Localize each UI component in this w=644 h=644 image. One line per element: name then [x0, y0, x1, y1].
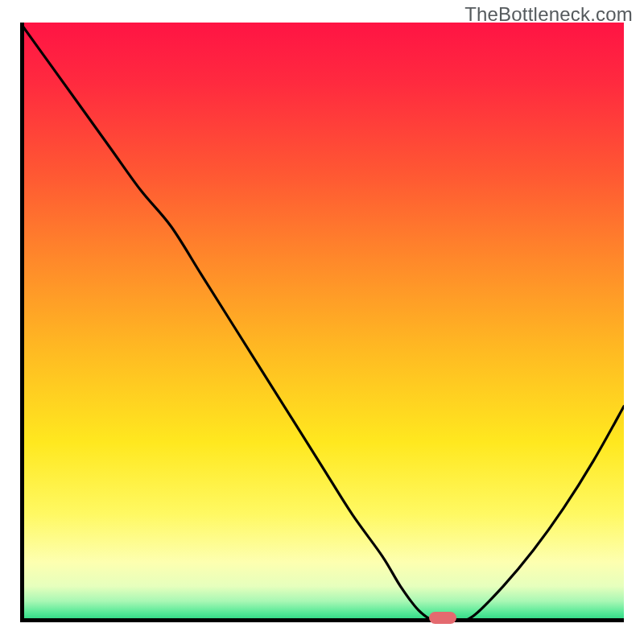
bottleneck-chart — [20, 23, 624, 622]
y-axis — [20, 23, 24, 622]
optimal-point-marker — [429, 612, 456, 624]
chart-background — [20, 23, 624, 622]
chart-plot-area — [20, 23, 624, 622]
x-axis — [20, 618, 624, 622]
